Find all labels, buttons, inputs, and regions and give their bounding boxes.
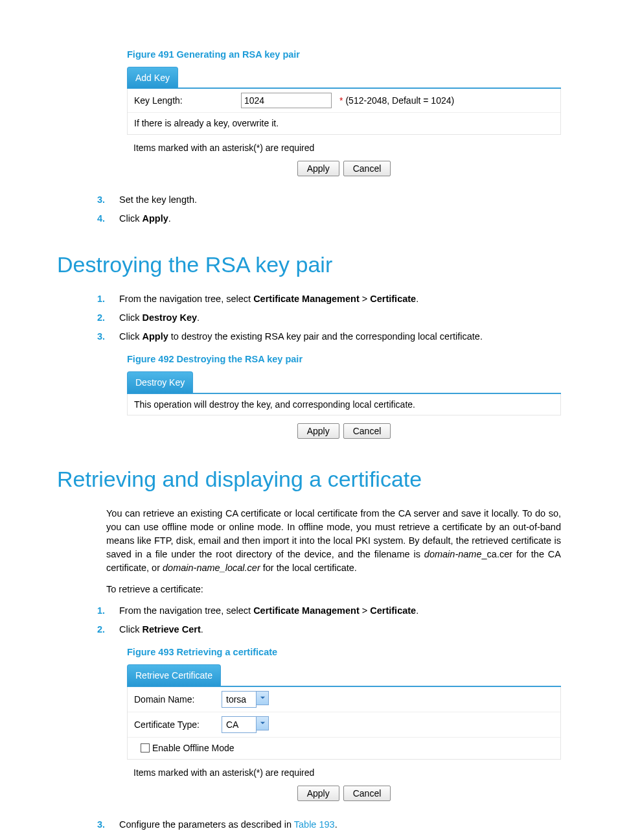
step-text: Click Apply to destroy the existing RSA …: [119, 330, 483, 344]
step-number: 1.: [97, 604, 119, 618]
step-number: 3.: [97, 330, 119, 344]
step-number: 3.: [97, 193, 119, 207]
chevron-down-icon[interactable]: [257, 716, 269, 730]
required-note: Items marked with an asterisk(*) are req…: [127, 139, 561, 157]
figure-492-panel: Destroy Key This operation will destroy …: [127, 371, 561, 440]
retrieve-certificate-tab[interactable]: Retrieve Certificate: [127, 664, 221, 686]
apply-button[interactable]: Apply: [297, 161, 339, 176]
overwrite-note: If there is already a key, overwrite it.: [128, 113, 560, 134]
certificate-type-label: Certificate Type:: [134, 718, 222, 731]
step-number: 2.: [97, 623, 119, 636]
section-title-destroying: Destroying the RSA key pair: [57, 249, 561, 281]
step-text: Set the key length.: [119, 193, 197, 207]
step-text: Click Retrieve Cert.: [119, 623, 203, 636]
figure-491-panel: Add Key Key Length: * (512-2048, Default…: [127, 67, 561, 178]
step-number: 1.: [97, 292, 119, 306]
cancel-button[interactable]: Cancel: [343, 161, 391, 176]
step-text: Click Apply.: [119, 212, 171, 226]
figure-493-panel: Retrieve Certificate Domain Name: torsa …: [127, 664, 561, 802]
key-length-hint: (512-2048, Default = 1024): [345, 94, 454, 107]
figure-492-caption: Figure 492 Destroying the RSA key pair: [127, 353, 561, 366]
apply-button[interactable]: Apply: [297, 423, 339, 439]
destroy-note: This operation will destroy the key, and…: [128, 394, 560, 415]
key-length-label: Key Length:: [134, 94, 241, 107]
step-text: From the navigation tree, select Certifi…: [119, 292, 418, 306]
retrieve-lead: To retrieve a certificate:: [106, 583, 561, 596]
enable-offline-checkbox[interactable]: [141, 743, 150, 752]
figure-491-caption: Figure 491 Generating an RSA key pair: [127, 48, 561, 62]
domain-name-label: Domain Name:: [134, 693, 222, 706]
apply-button[interactable]: Apply: [297, 786, 339, 801]
step-number: 4.: [97, 212, 119, 226]
cancel-button[interactable]: Cancel: [343, 423, 391, 439]
required-note: Items marked with an asterisk(*) are req…: [127, 764, 561, 782]
section-title-retrieving: Retrieving and displaying a certificate: [57, 463, 561, 495]
domain-name-select[interactable]: torsa: [222, 691, 269, 708]
step-number: 3.: [97, 818, 119, 832]
add-key-tab[interactable]: Add Key: [127, 67, 178, 88]
cancel-button[interactable]: Cancel: [343, 786, 391, 801]
destroy-key-tab[interactable]: Destroy Key: [127, 371, 193, 393]
step-number: 2.: [97, 311, 119, 325]
table-193-link[interactable]: Table 193: [294, 819, 335, 830]
certificate-type-select[interactable]: CA: [222, 716, 269, 733]
figure-493-caption: Figure 493 Retrieving a certificate: [127, 646, 561, 659]
retrieve-paragraph: You can retrieve an existing CA certific…: [106, 507, 561, 575]
required-asterisk: *: [339, 94, 343, 107]
chevron-down-icon[interactable]: [257, 691, 269, 705]
enable-offline-label: Enable Offline Mode: [152, 741, 235, 754]
step-text: Click Destroy Key.: [119, 311, 200, 325]
key-length-input[interactable]: [241, 93, 332, 108]
step-text: Configure the parameters as described in…: [119, 818, 338, 832]
step-text: From the navigation tree, select Certifi…: [119, 604, 418, 618]
